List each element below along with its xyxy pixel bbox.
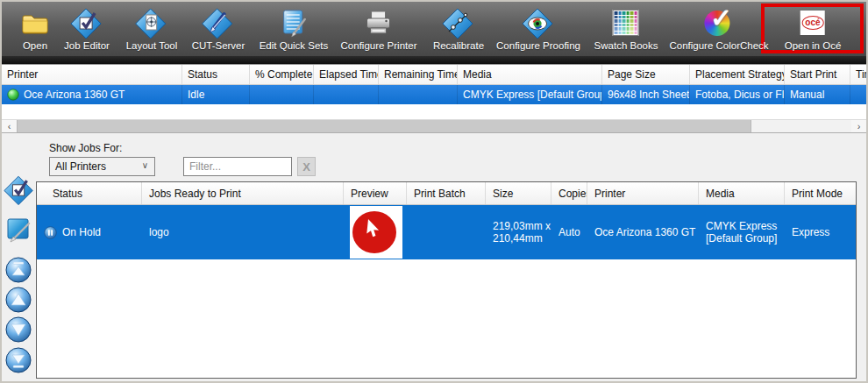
jobs-table-header: Status Jobs Ready to Print Preview Print… [37,182,856,205]
col-print-mode[interactable]: Print Mode [785,182,857,204]
job-print-mode-cell: Express [785,205,857,259]
main-toolbar: Open Job Editor [2,2,866,56]
jobs-table: Status Jobs Ready to Print Preview Print… [36,181,857,379]
toolbar-button-label: Job Editor [64,40,110,51]
printer-percent-cell [250,85,314,104]
printer-start-print-cell: Manual [785,85,850,104]
job-preview-thumbnail [350,206,402,259]
show-jobs-for-label: Show Jobs For: [49,142,122,154]
printer-row-selected[interactable]: Oce Arizona 1360 GT Idle CMYK Express [D… [2,85,866,104]
diamond-layout-icon [134,6,169,39]
printer-table-header: Printer Status % Complete Elapsed Time R… [2,65,866,85]
pause-icon [44,226,57,239]
scrollbar-track[interactable] [751,120,851,132]
diamond-check-icon [69,6,104,39]
printer-name-cell: Oce Arizona 1360 GT [2,85,182,104]
printer-table-empty-area [2,104,866,119]
toolbar-button-label: Layout Tool [126,40,178,51]
edit-quick-sets-side-button[interactable] [4,215,33,247]
col-percent-complete[interactable]: % Complete [250,65,314,84]
layout-tool-button[interactable]: Layout Tool [126,6,178,51]
toolbar-button-label: Configure Printer [341,40,417,51]
toolbar-button-label: Swatch Books [594,40,658,51]
move-job-to-bottom-button[interactable] [4,346,32,378]
arrow-up-icon [4,286,32,314]
job-copies-cell: Auto [551,205,587,259]
diamond-check-icon [3,174,36,206]
arrow-up-bar-icon [4,256,32,284]
folder-icon [20,6,50,39]
job-name-cell: logo [142,205,344,259]
swatch-grid-icon [613,6,639,39]
col-start-print[interactable]: Start Print [785,65,850,84]
configure-proofing-button[interactable]: Configure Proofing [496,6,580,51]
col-page-size[interactable]: Page Size [602,65,690,84]
printer-remaining-cell [379,85,458,104]
swatch-books-button[interactable]: Swatch Books [594,6,658,51]
filter-input[interactable] [183,157,292,176]
scroll-left-button[interactable]: ‹ [2,120,17,132]
diamond-pen-icon [201,6,236,39]
toolbar-button-label: Configure ColorCheck [669,40,768,51]
recalibrate-button[interactable]: Recalibrate [433,6,484,51]
col-copies[interactable]: Copies [551,182,587,204]
cut-server-button[interactable]: CUT-Server [192,6,245,51]
col-job-printer[interactable]: Printer [587,182,699,204]
job-editor-button[interactable]: Job Editor [64,6,110,51]
toolbar-button-label: Open [23,40,47,51]
col-preview[interactable]: Preview [344,182,407,204]
oce-logo-icon: océ [800,6,825,39]
job-row-selected[interactable]: On Hold logo 219,03mm x 210,44mm Auto Oc… [37,205,856,259]
scroll-right-button[interactable]: › [851,120,866,132]
toolbar-button-label: CUT-Server [192,40,245,51]
printer-elapsed-cell [314,85,379,104]
printer-media-cell: CMYK Express [Default Group] [458,85,602,104]
printer-placement-cell: Fotoba, Dicus or Fl... [690,85,785,104]
configure-printer-button[interactable]: Configure Printer [341,6,417,51]
arrow-down-icon [4,316,32,344]
printer-filter-select[interactable]: All Printers ∨ [49,157,155,176]
edit-job-button[interactable] [3,174,36,209]
col-remaining-time[interactable]: Remaining Time [379,65,458,84]
printer-page-size-cell: 96x48 Inch Sheet [602,85,690,104]
scrollbar-thumb[interactable] [17,120,751,132]
col-media[interactable]: Media [458,65,602,84]
col-status[interactable]: Status [182,65,250,84]
printer-filter-value: All Printers [55,160,106,173]
col-time[interactable]: Time [850,65,866,84]
notepad-pencil-icon [279,6,309,39]
move-job-to-top-button[interactable] [4,256,32,287]
edit-quick-sets-button[interactable]: Edit Quick Sets [260,6,329,51]
job-status-cell: On Hold [37,205,142,259]
colorwheel-check-icon: ✓ [704,6,734,39]
open-button[interactable]: Open [20,6,50,51]
toolbar-button-label: Edit Quick Sets [260,40,329,51]
job-print-batch-cell [407,205,486,259]
clear-filter-button[interactable]: X [297,157,316,176]
printer-status-green-icon [7,89,19,101]
diamond-nodes-icon [441,6,476,39]
job-printer-cell: Oce Arizona 1360 GT [587,205,699,259]
col-print-batch[interactable]: Print Batch [407,182,486,204]
col-job-status[interactable]: Status [37,182,142,204]
col-jobs-ready[interactable]: Jobs Ready to Print [142,182,344,204]
arrow-down-bar-icon [4,346,32,374]
col-printer[interactable]: Printer [2,65,182,84]
printer-status-cell: Idle [182,85,250,104]
move-job-up-button[interactable] [4,286,32,317]
job-preview-cell [344,205,407,259]
open-in-oce-button[interactable]: océ Open in Océ [785,6,842,51]
job-size-cell: 219,03mm x 210,44mm [486,205,551,259]
col-job-media[interactable]: Media [699,182,785,204]
toolbar-button-label: Configure Proofing [496,40,580,51]
col-elapsed-time[interactable]: Elapsed Time [314,65,379,84]
toolbar-button-label: Open in Océ [785,40,842,51]
printer-icon [364,6,394,39]
configure-colorcheck-button[interactable]: ✓ Configure ColorCheck [669,6,768,51]
move-job-down-button[interactable] [4,316,32,347]
toolbar-divider [2,56,866,64]
horizontal-scrollbar: ‹ › [2,119,866,132]
col-placement-strategy[interactable]: Placement Strategy [690,65,785,84]
chevron-down-icon: ∨ [142,160,148,170]
col-size[interactable]: Size [486,182,551,204]
